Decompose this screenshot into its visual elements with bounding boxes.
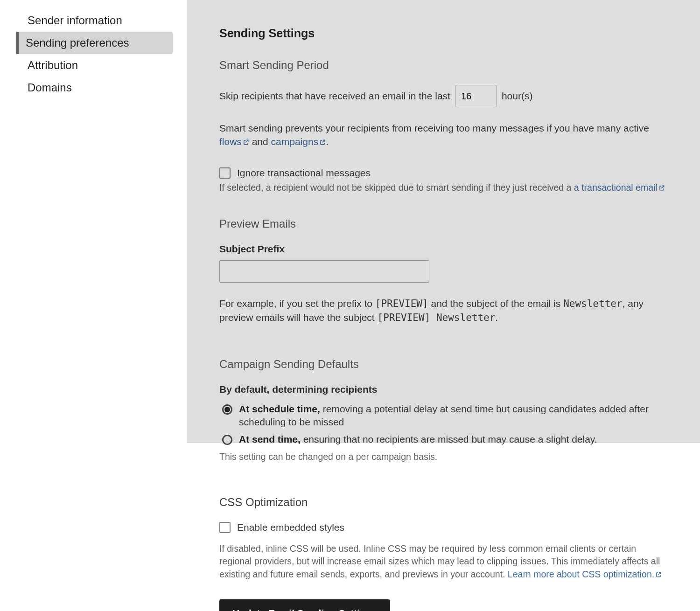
page-title: Sending Settings: [219, 27, 667, 40]
sidebar-item-label: Sending preferences: [26, 36, 129, 49]
skip-text-before: Skip recipients that have received an em…: [219, 90, 450, 102]
radio-option-send-time[interactable]: At send time, ensuring that no recipient…: [219, 433, 667, 446]
radio-send-time[interactable]: [222, 435, 232, 445]
subject-prefix-label: Subject Prefix: [219, 243, 667, 255]
enable-embedded-styles-label: Enable embedded styles: [237, 522, 344, 533]
ignore-transactional-label: Ignore transactional messages: [237, 167, 371, 179]
radio-schedule-time[interactable]: [222, 404, 232, 415]
transactional-email-link[interactable]: a transactional email: [574, 182, 665, 193]
ignore-transactional-row: Ignore transactional messages: [219, 167, 667, 179]
ignore-transactional-helper: If selected, a recipient would not be sk…: [219, 181, 667, 194]
update-settings-button[interactable]: Update Email Sending Settings: [219, 599, 390, 611]
enable-embedded-styles-checkbox[interactable]: [219, 522, 231, 533]
settings-sidebar: Sender information Sending preferences A…: [0, 0, 187, 611]
ignore-transactional-checkbox[interactable]: [219, 167, 231, 179]
css-optimization-section: CSS Optimization Enable embedded styles …: [203, 479, 684, 611]
sidebar-item-label: Sender information: [28, 14, 122, 27]
by-default-label: By default, determining recipients: [219, 384, 667, 395]
external-link-icon: [243, 139, 249, 146]
recipients-timing-radio-group: At schedule time, removing a potential d…: [219, 403, 667, 446]
smart-sending-row: Skip recipients that have received an em…: [219, 85, 667, 107]
campaign-defaults-note: This setting can be changed on a per cam…: [219, 451, 667, 463]
smart-sending-hours-input[interactable]: [455, 85, 497, 107]
skip-text-after: hour(s): [502, 90, 533, 102]
campaigns-link[interactable]: campaigns: [271, 136, 326, 147]
css-optimization-link[interactable]: Learn more about CSS optimization.: [508, 569, 662, 579]
preview-emails-heading: Preview Emails: [219, 217, 667, 230]
radio-option-schedule-time[interactable]: At schedule time, removing a potential d…: [219, 403, 667, 429]
sidebar-item-label: Attribution: [28, 59, 78, 71]
sidebar-item-label: Domains: [28, 81, 72, 94]
external-link-icon: [655, 571, 662, 578]
css-optimization-helper: If disabled, inline CSS will be used. In…: [219, 542, 667, 581]
smart-sending-description: Smart sending prevents your recipients f…: [219, 121, 667, 149]
smart-sending-heading: Smart Sending Period: [219, 59, 667, 72]
flows-link[interactable]: flows: [219, 136, 249, 147]
main-content: Sending Settings Smart Sending Period Sk…: [187, 0, 700, 611]
enable-embedded-styles-row: Enable embedded styles: [219, 522, 667, 533]
css-optimization-heading: CSS Optimization: [219, 496, 667, 509]
preview-example-text: For example, if you set the prefix to [P…: [219, 297, 667, 325]
sending-settings-panel: Sending Settings Smart Sending Period Sk…: [203, 10, 684, 479]
sidebar-item-sending-preferences[interactable]: Sending preferences: [16, 32, 173, 54]
external-link-icon: [319, 139, 326, 146]
sidebar-item-attribution[interactable]: Attribution: [16, 54, 173, 76]
subject-prefix-input[interactable]: [219, 260, 429, 283]
external-link-icon: [658, 185, 665, 191]
sidebar-item-domains[interactable]: Domains: [16, 76, 173, 99]
sidebar-item-sender-information[interactable]: Sender information: [16, 9, 173, 32]
campaign-defaults-heading: Campaign Sending Defaults: [219, 358, 667, 371]
